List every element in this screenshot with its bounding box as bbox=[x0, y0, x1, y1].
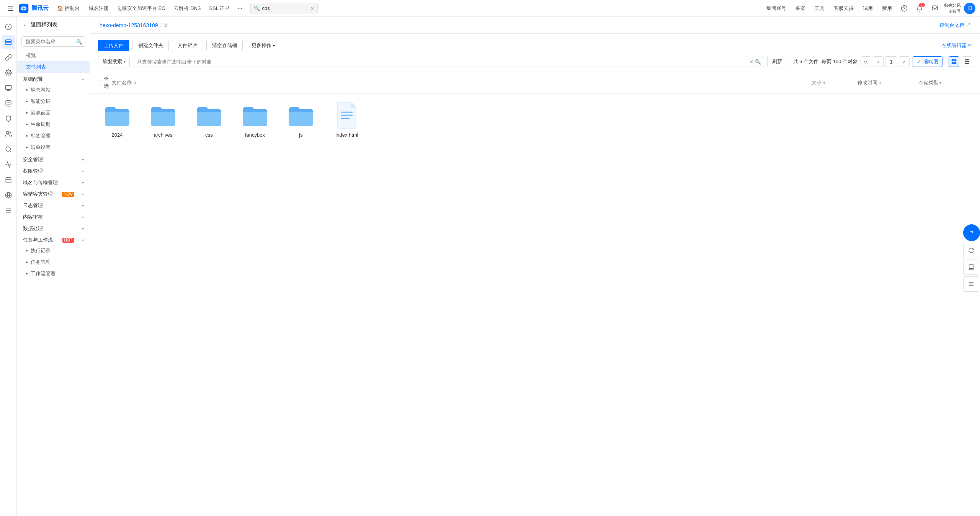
section-disaster-recovery[interactable]: 容错容灾管理 NEW ▾ bbox=[17, 188, 90, 199]
logo[interactable]: 腾讯云 bbox=[18, 3, 49, 14]
menu-task-management[interactable]: 任务管理 bbox=[17, 256, 90, 268]
thumbnail-view-btn[interactable]: ✓ 缩略图 bbox=[913, 56, 942, 67]
file-item-css[interactable]: css bbox=[190, 101, 228, 138]
storage-filter-dropdown[interactable]: ▾ bbox=[939, 81, 941, 85]
notification-bell-btn[interactable]: 1 bbox=[913, 2, 926, 15]
nav-link-domain[interactable]: 域名注册 bbox=[85, 3, 113, 13]
nav-support[interactable]: 客服支持 bbox=[831, 3, 857, 13]
section-permission[interactable]: 权限管理 ▾ bbox=[17, 165, 90, 176]
dot-icon bbox=[26, 112, 28, 114]
sidebar-icon-workflow[interactable] bbox=[2, 158, 15, 171]
sidebar-icon-location[interactable] bbox=[2, 188, 15, 202]
filter-clear-icon[interactable]: ✕ bbox=[749, 59, 753, 65]
menu-intelligent-tiering[interactable]: 智能分层 bbox=[17, 96, 90, 107]
svg-rect-11 bbox=[5, 85, 11, 90]
sidebar-icon-search[interactable] bbox=[2, 142, 15, 156]
nav-link-ssl[interactable]: SSL 证书 bbox=[205, 3, 234, 13]
nav-link-eo[interactable]: 边缘安全加速平台 EO bbox=[113, 3, 169, 13]
first-page-btn[interactable]: ⟨⟨ bbox=[861, 56, 871, 67]
search-clear-btn[interactable]: ✕ bbox=[310, 6, 314, 11]
sidebar-icon-security[interactable] bbox=[2, 112, 15, 126]
clear-storage-btn[interactable]: 清空存储桶 bbox=[206, 40, 243, 51]
bucket-name-link[interactable]: hexo-demo-1253163109 bbox=[100, 22, 158, 28]
menu-search-input[interactable] bbox=[21, 36, 85, 47]
nav-tools[interactable]: 工具 bbox=[812, 3, 828, 13]
nav-group-account[interactable]: 集团账号 bbox=[763, 3, 789, 13]
float-refresh-btn[interactable] bbox=[963, 243, 978, 258]
time-sort-icon[interactable]: ⇅ bbox=[878, 81, 881, 85]
user-avatar[interactable]: 归 bbox=[964, 3, 975, 14]
create-folder-btn[interactable]: 创建文件夹 bbox=[132, 40, 169, 51]
svg-rect-30 bbox=[954, 62, 956, 64]
nav-more-btn[interactable]: ··· bbox=[234, 3, 245, 13]
menu-origin-settings[interactable]: 回源设置 bbox=[17, 107, 90, 119]
menu-overview[interactable]: 概览 bbox=[17, 50, 90, 61]
control-panel-btn[interactable]: 🏠 控制台 bbox=[53, 3, 83, 13]
col-time-header: 修改时间 ⇅ bbox=[858, 79, 919, 86]
upload-file-btn[interactable]: 上传文件 bbox=[98, 40, 129, 51]
file-item-js[interactable]: js bbox=[282, 101, 320, 138]
float-support-btn[interactable] bbox=[963, 224, 980, 241]
help-icon-btn[interactable] bbox=[898, 2, 910, 15]
menu-tag-management[interactable]: 标签管理 bbox=[17, 130, 90, 142]
float-menu-btn[interactable] bbox=[963, 276, 978, 292]
sidebar-icon-more-menu[interactable] bbox=[2, 204, 15, 217]
console-docs-link[interactable]: 控制台文档 ↗ bbox=[939, 22, 971, 29]
menu-lifecycle[interactable]: 生命周期 bbox=[17, 119, 90, 130]
sidebar-icon-link[interactable] bbox=[2, 51, 15, 64]
sidebar-icon-storage[interactable] bbox=[2, 35, 15, 49]
section-log[interactable]: 日志管理 ▾ bbox=[17, 199, 90, 211]
col-size-header: 大小 ⇅ bbox=[812, 79, 858, 86]
float-docs-btn[interactable] bbox=[963, 260, 978, 275]
filter-search-icon[interactable]: 🔍 bbox=[755, 59, 761, 65]
sidebar-icon-settings[interactable] bbox=[2, 66, 15, 80]
section-domain[interactable]: 域名与传输管理 ▾ bbox=[17, 176, 90, 188]
nav-link-dns[interactable]: 云解析 DNS bbox=[170, 3, 204, 13]
section-security[interactable]: 安全管理 ▾ bbox=[17, 153, 90, 165]
sidebar-icon-monitor[interactable] bbox=[2, 81, 15, 95]
folder-icon-css bbox=[195, 104, 223, 127]
hamburger-menu[interactable]: ☰ bbox=[5, 2, 17, 15]
file-item-index-html[interactable]: index.html bbox=[328, 101, 366, 138]
nav-trial[interactable]: 试用 bbox=[860, 3, 876, 13]
refresh-btn[interactable]: 刷新 bbox=[767, 56, 787, 67]
message-icon-btn[interactable] bbox=[929, 2, 941, 15]
select-all-checkbox[interactable] bbox=[98, 80, 102, 85]
sidebar-icon-users[interactable] bbox=[2, 127, 15, 141]
sidebar-icon-overview[interactable] bbox=[2, 20, 15, 34]
sidebar-icon-data[interactable] bbox=[2, 96, 15, 110]
online-editor-btn[interactable]: 在线编辑器 ✏ bbox=[942, 42, 972, 49]
section-task-workflow[interactable]: 任务与工作流 HOT ▾ bbox=[17, 234, 90, 245]
section-data-processing[interactable]: 数据处理 ▾ bbox=[17, 222, 90, 234]
menu-execution-records[interactable]: 执行记录 bbox=[17, 245, 90, 256]
list-view-btn[interactable] bbox=[962, 56, 972, 67]
file-item-2024[interactable]: 2024 bbox=[98, 101, 136, 138]
filter-input[interactable] bbox=[133, 57, 764, 67]
file-fragment-btn[interactable]: 文件碎片 bbox=[172, 40, 203, 51]
back-to-bucket-list-btn[interactable]: ← 返回桶列表 bbox=[17, 17, 90, 33]
breadcrumb-bar: hexo-demo-1253163109 / ⧉ 控制台文档 ↗ bbox=[90, 17, 980, 34]
filter-select-arrow: ▾ bbox=[124, 60, 126, 64]
user-info[interactable]: 归去如风 主账号 bbox=[944, 3, 961, 14]
more-actions-btn[interactable]: 更多操作 ▾ bbox=[246, 40, 278, 51]
filter-type-select[interactable]: 前缀搜索 ▾ bbox=[98, 56, 130, 67]
name-sort-icon[interactable]: ⇅ bbox=[133, 81, 136, 85]
section-content-audit[interactable]: 内容审核 ▾ bbox=[17, 211, 90, 222]
nav-beian[interactable]: 备案 bbox=[792, 3, 808, 13]
menu-list-settings[interactable]: 清单设置 bbox=[17, 142, 90, 153]
menu-static-website[interactable]: 静态网站 bbox=[17, 84, 90, 96]
sidebar-icon-task[interactable] bbox=[2, 173, 15, 187]
copy-path-btn[interactable]: ⧉ bbox=[164, 22, 167, 28]
prev-page-btn[interactable]: ＜ bbox=[873, 56, 884, 67]
menu-workflow-management[interactable]: 工作流管理 bbox=[17, 268, 90, 279]
nav-billing[interactable]: 费用 bbox=[879, 3, 895, 13]
menu-file-list[interactable]: 文件列表 bbox=[17, 61, 90, 73]
next-page-btn[interactable]: ＞ bbox=[899, 56, 910, 67]
file-item-fancybox[interactable]: fancybox bbox=[236, 101, 274, 138]
select-all-label[interactable]: 全选 bbox=[98, 76, 112, 90]
search-input[interactable] bbox=[262, 5, 308, 11]
section-basic-config[interactable]: 基础配置 ▾ bbox=[17, 73, 90, 84]
file-item-archives[interactable]: archives bbox=[144, 101, 182, 138]
size-sort-icon[interactable]: ⇅ bbox=[822, 81, 825, 85]
grid-view-btn[interactable] bbox=[949, 56, 959, 67]
